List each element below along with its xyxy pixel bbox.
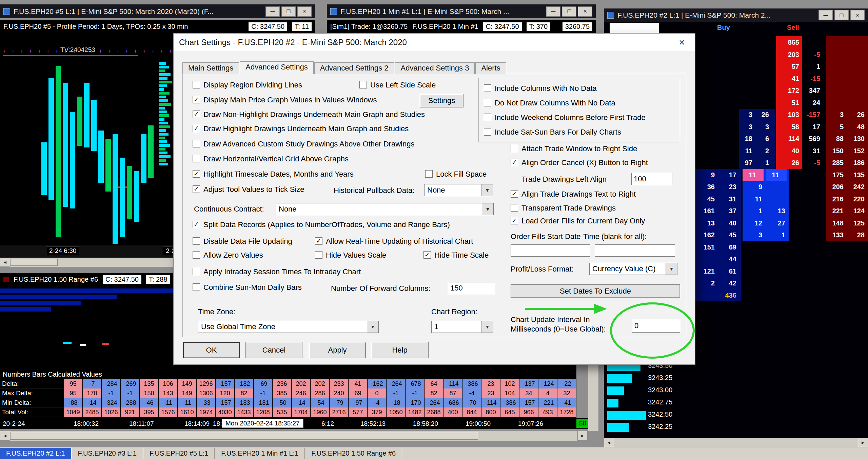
checkbox-use-left-side-scale[interactable] [359, 81, 367, 88]
value-cell: 1704 [292, 407, 311, 417]
dialog-close-icon[interactable]: × [674, 36, 690, 49]
close-icon[interactable]: × [297, 6, 312, 17]
window-left-titlebar[interactable]: F.US.EPH20 #5 L:1 | E-Mini S&P 500: Marc… [0, 4, 315, 18]
scroll-left-icon[interactable]: ◄ [0, 258, 10, 267]
scrollbar-thumb[interactable] [10, 432, 478, 440]
dom-cell: 11 [743, 169, 764, 181]
profile-bar [159, 81, 172, 83]
checkbox-lock-fill-space[interactable] [425, 170, 433, 178]
checkbox-draw-grid-above-graphs[interactable] [193, 155, 200, 162]
tab-advanced-settings[interactable]: Advanced Settings [240, 61, 313, 74]
price-bar [141, 134, 146, 183]
checkbox-split-data-records[interactable]: ✓ [193, 221, 200, 228]
value-cell: 1208 [254, 407, 273, 417]
scroll-left-icon[interactable]: ◄ [0, 431, 10, 441]
checkbox-align-trade-drawings-text[interactable]: ✓ [511, 190, 518, 198]
checkbox-include-weekend-columns[interactable] [484, 114, 491, 121]
chevron-down-icon[interactable]: ▼ [666, 263, 677, 275]
chevron-down-icon[interactable]: ▼ [367, 321, 378, 333]
chart-update-interval-input[interactable] [632, 319, 680, 333]
time-zone-dropdown[interactable]: Use Global Time Zone ▼ [198, 321, 379, 333]
historical-pullback-dropdown[interactable]: None ▼ [424, 184, 493, 196]
checkbox-highlight-timescale-dates[interactable]: ✓ [193, 170, 200, 178]
checkbox-draw-nonhighlight-underneath[interactable]: ✓ [193, 111, 200, 118]
checkbox-include-columns-no-data[interactable] [484, 84, 491, 92]
checkbox-include-sat-sun-bars[interactable] [484, 128, 491, 136]
window-middle-titlebar[interactable]: F.US.EPH20 1 Min #1 L:1 | E-Mini S&P 500… [327, 4, 596, 18]
checkbox-allow-realtime-updating[interactable]: ✓ [315, 237, 322, 245]
dom-cell: 26 [776, 157, 801, 169]
scroll-right-icon[interactable]: ► [858, 438, 868, 447]
profit-loss-format-dropdown[interactable]: Currency Value (C) ▼ [589, 263, 677, 275]
checkbox-apply-intraday-session-times[interactable] [193, 268, 200, 275]
apply-button[interactable]: Apply [309, 342, 366, 358]
chevron-down-icon[interactable]: ▼ [481, 184, 493, 196]
dom-cell: 151 [696, 241, 716, 253]
trade-drawings-left-align-input[interactable] [631, 173, 672, 185]
value-cell: 1050 [387, 407, 406, 417]
close-icon[interactable]: × [578, 6, 592, 17]
checkbox-draw-highlight-underneath[interactable]: ✓ [193, 125, 200, 132]
chart-region-dropdown[interactable]: 1 ▼ [431, 321, 493, 333]
restore-icon[interactable]: □ [562, 6, 576, 17]
ok-button[interactable]: OK [183, 342, 240, 358]
horizontal-scrollbar[interactable]: ◄ ► [0, 431, 588, 441]
profile-bar [159, 148, 165, 151]
taskbar-tab[interactable]: F.US.EPH20 1 Min #1 L:1 [215, 448, 305, 459]
cancel-button[interactable]: Cancel [245, 342, 302, 358]
tab-advanced-settings-3[interactable]: Advanced Settings 3 [395, 62, 475, 74]
tab-advanced-settings-2[interactable]: Advanced Settings 2 [314, 62, 394, 74]
taskbar-tab[interactable]: F.US.EPH20 1.50 Range #6 [305, 448, 402, 459]
checkbox-allow-zero-values[interactable] [193, 251, 200, 259]
scroll-right-icon[interactable]: ► [577, 431, 588, 441]
help-button[interactable]: Help [371, 342, 429, 358]
tab-alerts[interactable]: Alerts [475, 62, 506, 74]
taskbar-tab[interactable]: F.US.EPH20 #2 L:1 [0, 448, 71, 459]
checkbox-combine-sun-mon-daily-bars[interactable] [193, 283, 200, 291]
taskbar-tab[interactable]: F.US.EPH20 #5 L:1 [143, 448, 215, 459]
order-fills-date-input[interactable] [511, 244, 590, 257]
forward-columns-input[interactable] [448, 282, 495, 294]
checkbox-display-main-price-graph-values[interactable]: ✓ [193, 96, 200, 103]
value-cell: 95 [64, 388, 83, 398]
checkbox-attach-trade-window[interactable] [511, 145, 518, 152]
restore-icon[interactable]: □ [834, 10, 849, 20]
minimize-icon[interactable]: ─ [818, 10, 833, 20]
horizontal-scrollbar[interactable]: ◄ ► [604, 438, 868, 447]
checkbox-load-order-fills-current-day[interactable]: ✓ [511, 217, 518, 224]
taskbar-tab[interactable]: F.US.EPH20 #3 L:1 [71, 448, 143, 459]
minimize-icon[interactable]: ─ [265, 6, 280, 17]
dom-cell: 17 [719, 169, 738, 181]
checkbox-align-order-cancel-right[interactable]: ✓ [511, 159, 518, 166]
profile-bar [159, 114, 169, 117]
symbol-text: F.US.EPH20 1 Min #1 [412, 23, 478, 31]
value-cell: -50 [273, 398, 292, 407]
scroll-left-icon[interactable]: ◄ [604, 438, 614, 447]
restore-icon[interactable]: □ [281, 6, 296, 17]
settings-button[interactable]: Settings [420, 94, 463, 107]
dom-cell: 26 [755, 109, 770, 121]
label-attach-trade-window: Attach Trade Window to Right Side [521, 144, 637, 153]
scrollbar-thumb[interactable] [10, 259, 58, 266]
window-right-titlebar[interactable]: F.US.EPH20 #2 L:1 | E-Mini S&P 500: Marc… [604, 8, 868, 22]
chevron-down-icon[interactable]: ▼ [481, 321, 493, 333]
continuous-contract-dropdown[interactable]: None ▼ [276, 203, 494, 215]
order-fills-time-input[interactable] [595, 244, 675, 257]
close-icon[interactable]: × [850, 10, 865, 20]
checkbox-transparent-trade-drawings[interactable] [511, 204, 518, 212]
checkbox-adjust-tool-values[interactable]: ✓ [193, 185, 200, 193]
checkbox-draw-advanced-custom-study[interactable] [193, 140, 200, 147]
checkbox-do-not-draw-columns-no-data[interactable] [484, 99, 491, 106]
dialog-titlebar[interactable]: Chart Settings - F.US.EPH20 #2 - E-Mini … [174, 34, 695, 51]
dom-cell: 125 [846, 217, 866, 229]
chevron-down-icon[interactable]: ▼ [482, 203, 493, 215]
set-dates-to-exclude-button[interactable]: Set Dates To Exclude [511, 284, 680, 298]
tab-main-settings[interactable]: Main Settings [182, 62, 239, 74]
checkbox-disable-data-file-updating[interactable] [193, 237, 200, 245]
dom-cell: 69 [719, 241, 738, 253]
checkbox-display-region-dividing-lines[interactable] [193, 81, 200, 88]
checkbox-hide-values-scale[interactable] [315, 251, 322, 259]
checkbox-hide-time-scale[interactable]: ✓ [423, 251, 431, 259]
label-align-order-cancel-right: Align Order Cancel (X) Button to Right [521, 158, 648, 167]
minimize-icon[interactable]: ─ [546, 6, 560, 17]
